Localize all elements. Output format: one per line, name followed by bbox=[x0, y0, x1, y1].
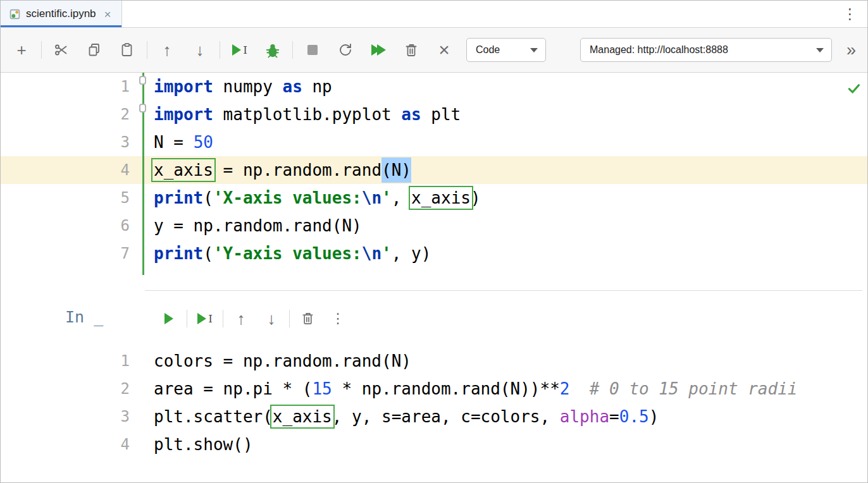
stop-icon bbox=[307, 45, 318, 55]
code-token: plt.scatter( bbox=[154, 407, 273, 426]
code-text: colors = np.random.rand(N) bbox=[154, 352, 411, 370]
run-cell-button[interactable]: I bbox=[226, 37, 253, 63]
code-line[interactable]: 7print('Y-axis values:\n', y) bbox=[1, 240, 867, 267]
close-icon: × bbox=[438, 40, 450, 59]
code-line[interactable]: 1import numpy as np bbox=[1, 73, 867, 101]
line-number: 2 bbox=[1, 380, 133, 398]
code-line[interactable]: 2import matplotlib.pyplot as plt bbox=[1, 101, 867, 128]
code-token: * np.random.rand(N))** bbox=[332, 379, 560, 398]
copy-icon bbox=[87, 42, 102, 58]
code-line[interactable]: 2area = np.pi * (15 * np.random.rand(N))… bbox=[1, 375, 867, 403]
cell-type-value: Code bbox=[476, 44, 500, 56]
cell-run-bar bbox=[142, 347, 144, 375]
occurrence-highlight: x_axis bbox=[154, 161, 213, 180]
code-token: plt bbox=[421, 105, 461, 124]
copy-cell-button[interactable] bbox=[81, 37, 108, 63]
cut-cell-button[interactable] bbox=[48, 37, 75, 63]
delete-cell-button[interactable] bbox=[295, 306, 320, 331]
run-cell-button[interactable] bbox=[156, 306, 182, 331]
paste-icon bbox=[120, 42, 135, 58]
editor-tab-bar: scientific.ipynb × ⋮ bbox=[1, 1, 867, 28]
code-text: N = 50 bbox=[154, 133, 213, 152]
cell-type-dropdown[interactable]: Code bbox=[466, 38, 546, 62]
line-number: 7 bbox=[1, 245, 133, 262]
jupyter-server-dropdown[interactable]: Managed: http://localhost:8888 bbox=[580, 38, 832, 62]
code-line[interactable]: 5print('X-axis values:\n', x_axis) bbox=[1, 184, 867, 212]
line-number: 3 bbox=[1, 408, 133, 425]
cell-more-button[interactable]: ⋮ bbox=[325, 306, 350, 331]
code-token: 15 bbox=[312, 379, 332, 398]
code-token: ' bbox=[381, 188, 392, 207]
fold-marker[interactable] bbox=[139, 76, 146, 85]
notebook-cell-2: In _ I ↑ ↓ ⋮ 1colors = np.random.rand(N)… bbox=[1, 290, 867, 458]
toolbar-separator bbox=[292, 41, 293, 59]
code-token: numpy bbox=[213, 77, 283, 96]
code-token: import bbox=[154, 77, 213, 96]
toolbar-separator bbox=[220, 41, 220, 59]
move-cell-up-button[interactable]: ↑ bbox=[228, 306, 254, 331]
line-number: 1 bbox=[1, 78, 133, 95]
debug-cell-button[interactable] bbox=[259, 37, 286, 63]
toolbar-separator bbox=[41, 41, 42, 59]
code-token: as bbox=[283, 77, 302, 96]
line-number: 1 bbox=[1, 352, 133, 370]
toolbar-separator bbox=[289, 310, 290, 327]
toolbar-separator bbox=[223, 310, 223, 327]
cell-run-bar-tail bbox=[1, 267, 867, 275]
code-token: # 0 to 15 point radii bbox=[590, 379, 798, 398]
code-text: area = np.pi * (15 * np.random.rand(N))*… bbox=[154, 379, 798, 398]
arrow-down-icon: ↓ bbox=[268, 310, 276, 327]
arrow-up-icon: ↑ bbox=[163, 42, 171, 58]
paste-cell-button[interactable] bbox=[114, 37, 140, 63]
code-line[interactable]: 3N = 50 bbox=[1, 128, 867, 156]
code-line[interactable]: 3plt.scatter(x_axis, y, s=area, c=colors… bbox=[1, 403, 867, 431]
line-number: 4 bbox=[1, 436, 133, 453]
chevron-down-icon bbox=[816, 48, 824, 52]
jupyter-server-value: Managed: http://localhost:8888 bbox=[590, 44, 728, 56]
code-token: np bbox=[302, 77, 332, 96]
cell-run-bar bbox=[142, 184, 144, 212]
add-cell-button[interactable]: + bbox=[8, 37, 35, 63]
cell-run-bar bbox=[142, 212, 144, 240]
code-token: print bbox=[154, 244, 203, 263]
occurrence-highlight: x_axis bbox=[411, 188, 471, 207]
chevron-down-icon bbox=[530, 48, 538, 52]
code-text: import numpy as np bbox=[154, 77, 332, 96]
code-line[interactable]: 1colors = np.random.rand(N) bbox=[1, 347, 867, 375]
run-all-cells-button[interactable] bbox=[365, 37, 392, 63]
run-cell-and-select-below-button[interactable]: I bbox=[192, 306, 218, 331]
move-cell-down-button[interactable]: ↓ bbox=[259, 306, 284, 331]
cell-run-bar bbox=[142, 267, 144, 275]
fold-marker[interactable] bbox=[139, 104, 146, 113]
move-cell-down-button[interactable]: ↓ bbox=[187, 37, 213, 63]
tab-title: scientific.ipynb bbox=[26, 8, 96, 20]
code-token: ( bbox=[203, 244, 213, 263]
stop-kernel-button[interactable] bbox=[299, 37, 326, 63]
add-icon: + bbox=[16, 42, 26, 58]
toolbar-separator bbox=[187, 310, 187, 327]
delete-cell-button[interactable] bbox=[398, 37, 425, 63]
tab-scientific-ipynb[interactable]: scientific.ipynb × bbox=[1, 1, 121, 27]
code-token: , y, s=area, c=colors, bbox=[332, 407, 560, 426]
code-token: \n bbox=[362, 244, 381, 263]
code-line[interactable]: 4x_axis = np.random.rand(N) bbox=[1, 156, 867, 184]
code-lines: 1colors = np.random.rand(N)2area = np.pi… bbox=[1, 347, 867, 458]
restart-kernel-button[interactable] bbox=[332, 37, 359, 63]
line-number: 2 bbox=[1, 106, 133, 123]
code-token: , bbox=[392, 188, 411, 207]
toolbar-overflow-button[interactable]: » bbox=[841, 40, 861, 60]
code-token: 0.5 bbox=[619, 407, 649, 426]
code-token: , y) bbox=[392, 244, 431, 263]
code-token: = bbox=[609, 407, 619, 426]
code-token: \n bbox=[362, 188, 381, 207]
code-line[interactable]: 6y = np.random.rand(N) bbox=[1, 212, 867, 240]
tab-bar-more-icon[interactable]: ⋮ bbox=[833, 6, 867, 23]
tab-close-icon[interactable]: × bbox=[104, 8, 111, 20]
code-text: y = np.random.rand(N) bbox=[154, 216, 362, 235]
move-cell-up-button[interactable]: ↑ bbox=[154, 37, 180, 63]
clear-outputs-button[interactable]: × bbox=[431, 37, 457, 63]
cell-run-bar bbox=[142, 240, 144, 267]
trash-icon bbox=[301, 311, 315, 326]
code-line[interactable]: 4plt.show() bbox=[1, 431, 867, 458]
arrow-up-icon: ↑ bbox=[237, 310, 245, 327]
